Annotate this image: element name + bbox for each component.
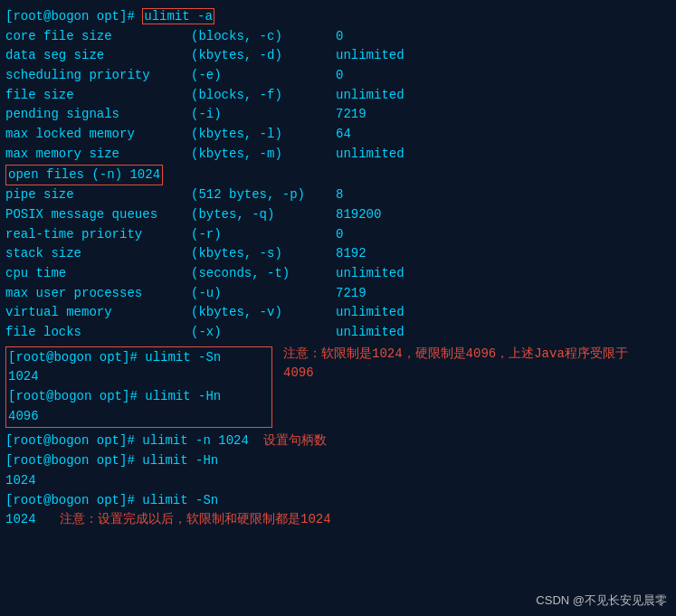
unit-pending: (-i) <box>191 105 336 125</box>
unit-maxmem: (kbytes, -m) <box>191 145 336 165</box>
command-line: [root@bogon opt]# ulimit -a <box>5 7 671 27</box>
unit-maxproc: (-u) <box>191 284 336 304</box>
unit-locked: (kbytes, -l) <box>191 125 336 145</box>
note1-text: 注意：软限制是1024，硬限制是4096，上述Java程序受限于4096 <box>283 346 628 381</box>
line-sched: scheduling priority (-e) 0 <box>5 66 671 86</box>
label-cpu: cpu time <box>5 264 191 284</box>
block2-section: [root@bogon opt]# ulimit -Sn 1024 [root@… <box>5 345 671 431</box>
val-maxproc: 7219 <box>336 284 367 304</box>
cmd-sn: [root@bogon opt]# ulimit -Sn <box>8 350 221 365</box>
line-maxproc: max user processes (-u) 7219 <box>5 284 671 304</box>
val-pending: 7219 <box>336 105 367 125</box>
label-rtprio: real-time priority <box>5 225 191 245</box>
unit-cpu: (seconds, -t) <box>191 264 336 284</box>
label-core: core file size <box>5 27 191 47</box>
line-locked: max locked memory (kbytes, -l) 64 <box>5 125 671 145</box>
val-maxmem: unlimited <box>336 145 405 165</box>
cmd-sn-line: [root@bogon opt]# ulimit -Sn <box>8 348 270 368</box>
val-flocks: unlimited <box>336 323 405 343</box>
cmd-block-sn-hn: [root@bogon opt]# ulimit -Sn 1024 [root@… <box>5 346 272 429</box>
line-core: core file size (blocks, -c) 0 <box>5 27 671 47</box>
label-locked: max locked memory <box>5 125 191 145</box>
unit-fsize: (blocks, -f) <box>191 86 336 106</box>
unit-vmem: (kbytes, -v) <box>191 303 336 323</box>
line-openfiles: open files (-n) 1024 <box>5 165 671 186</box>
line-stack: stack size (kbytes, -s) 8192 <box>5 244 671 264</box>
line-pipe: pipe size (512 bytes, -p) 8 <box>5 185 671 205</box>
val-posix: 819200 <box>336 205 381 225</box>
val-vmem: unlimited <box>336 303 405 323</box>
line-rtprio: real-time priority (-r) 0 <box>5 225 671 245</box>
val-core: 0 <box>336 27 343 47</box>
out-sn: 1024 <box>8 369 39 384</box>
val-pipe: 8 <box>336 185 343 205</box>
unit-core: (blocks, -c) <box>191 27 336 47</box>
line-flocks: file locks (-x) unlimited <box>5 323 671 343</box>
val-rtprio: 0 <box>336 225 343 245</box>
label-posix: POSIX message queues <box>5 205 191 225</box>
out-hn-line: 4096 <box>8 407 270 427</box>
label-stack: stack size <box>5 244 191 264</box>
unit-rtprio: (-r) <box>191 225 336 245</box>
line-vmem: virtual memory (kbytes, -v) unlimited <box>5 303 671 323</box>
unit-posix: (bytes, -q) <box>191 205 336 225</box>
out-hn: 4096 <box>8 409 39 423</box>
val-stack: 8192 <box>336 244 367 264</box>
val-fsize: unlimited <box>336 86 405 106</box>
unit-data: (kbytes, -d) <box>191 46 336 66</box>
label-openfiles: open files <box>8 167 91 182</box>
note2-text: 注意：设置完成以后，软限制和硬限制都是1024 <box>60 512 331 526</box>
label-fsize: file size <box>5 86 191 106</box>
openfiles-highlight: open files (-n) 1024 <box>5 165 163 186</box>
label-vmem: virtual memory <box>5 303 191 323</box>
unit-stack: (kbytes, -s) <box>191 244 336 264</box>
cmd-hn: [root@bogon opt]# ulimit -Hn <box>8 389 221 403</box>
cmd-sn2-line: [root@bogon opt]# ulimit -Sn <box>5 491 331 511</box>
unit-openfiles: (-n) <box>91 167 129 182</box>
ulimit-command: ulimit -a <box>142 8 214 24</box>
cmd-hn2-line: [root@bogon opt]# ulimit -Hn <box>5 451 331 471</box>
val-openfiles: 1024 <box>129 167 160 182</box>
line-cpu: cpu time (seconds, -t) unlimited <box>5 264 671 284</box>
label-sched: scheduling priority <box>5 66 191 86</box>
val-cpu: unlimited <box>336 264 405 284</box>
block3-commands: [root@bogon opt]# ulimit -n 1024 设置句柄数 [… <box>5 431 331 529</box>
label-maxproc: max user processes <box>5 284 191 304</box>
label-set-handle: 设置句柄数 <box>263 433 327 448</box>
unit-sched: (-e) <box>191 66 336 86</box>
line-fsize: file size (blocks, -f) unlimited <box>5 86 671 106</box>
cmd-hn-line: [root@bogon opt]# ulimit -Hn <box>8 387 270 407</box>
val-locked: 64 <box>336 125 351 145</box>
out-sn-line: 1024 <box>8 367 270 387</box>
label-pipe: pipe size <box>5 185 191 205</box>
label-pending: pending signals <box>5 105 191 125</box>
cmd-n1024: [root@bogon opt]# ulimit -n 1024 <box>5 433 249 448</box>
val-data: unlimited <box>336 46 405 66</box>
line-maxmem: max memory size (kbytes, -m) unlimited <box>5 145 671 165</box>
cmd-n1024-line: [root@bogon opt]# ulimit -n 1024 设置句柄数 <box>5 431 331 451</box>
block3-section: [root@bogon opt]# ulimit -n 1024 设置句柄数 [… <box>5 431 671 529</box>
unit-flocks: (-x) <box>191 323 336 343</box>
val-sched: 0 <box>336 66 343 86</box>
label-flocks: file locks <box>5 323 191 343</box>
label-data: data seg size <box>5 46 191 66</box>
out-hn2-line: 1024 <box>5 471 331 491</box>
prompt: [root@bogon opt]# <box>5 9 135 24</box>
out-sn2-line: 1024 注意：设置完成以后，软限制和硬限制都是1024 <box>5 510 331 530</box>
unit-pipe: (512 bytes, -p) <box>191 185 336 205</box>
out-hn2: 1024 <box>5 473 36 488</box>
watermark: CSDN @不见长安见晨零 <box>536 592 667 609</box>
cmd-hn2: [root@bogon opt]# ulimit -Hn <box>5 453 218 468</box>
terminal-window: [root@bogon opt]# ulimit -a core file si… <box>0 0 676 537</box>
line-data: data seg size (kbytes, -d) unlimited <box>5 46 671 66</box>
line-pending: pending signals (-i) 7219 <box>5 105 671 125</box>
note1-block: 注意：软限制是1024，硬限制是4096，上述Java程序受限于4096 <box>283 345 636 384</box>
cmd-sn2: [root@bogon opt]# ulimit -Sn <box>5 493 218 507</box>
label-maxmem: max memory size <box>5 145 191 165</box>
line-posix: POSIX message queues (bytes, -q) 819200 <box>5 205 671 225</box>
out-sn2: 1024 <box>5 512 36 526</box>
